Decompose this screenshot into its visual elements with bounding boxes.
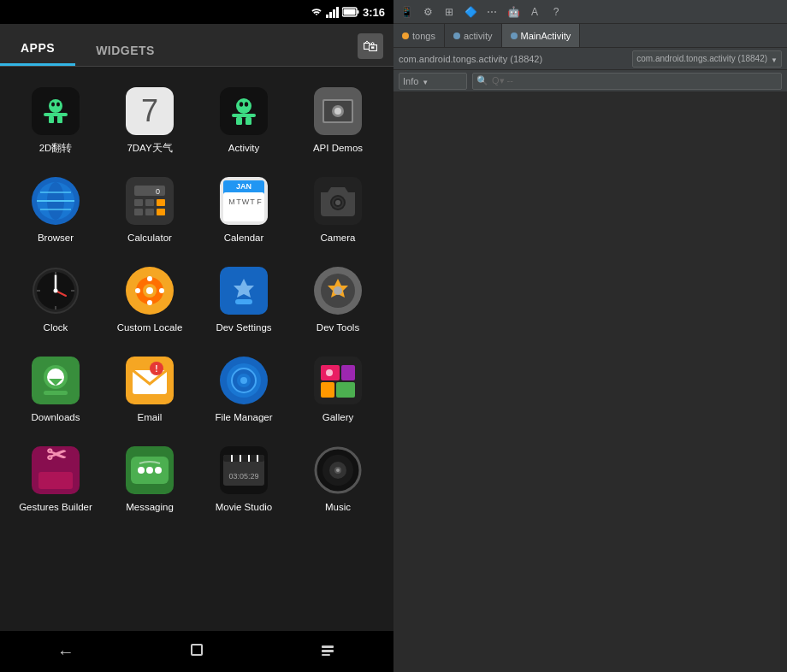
tab-dot-activity (453, 32, 460, 39)
app-label-messaging: Messaging (126, 501, 174, 514)
svg-point-118 (336, 469, 340, 472)
ide-tool-letter[interactable]: A (525, 3, 544, 21)
app-icon-email: ! (124, 355, 175, 406)
svg-rect-35 (134, 199, 143, 206)
app-item-movie-studio[interactable]: 03:05:29 Movie Studio (197, 434, 291, 524)
ide-tool-phone[interactable]: 📱 (397, 3, 416, 21)
app-item-browser[interactable]: Browser (9, 165, 103, 255)
svg-point-70 (135, 288, 140, 293)
svg-point-96 (326, 369, 333, 376)
svg-point-54 (335, 200, 340, 205)
app-item-api-demos[interactable]: API Demos (291, 75, 385, 165)
app-item-activity[interactable]: Activity (197, 75, 291, 165)
app-item-clock[interactable]: Clock (9, 255, 103, 345)
svg-text:M: M (228, 197, 235, 206)
ide-tool-grid[interactable]: ⊞ (440, 3, 459, 21)
svg-text:0: 0 (156, 187, 160, 196)
app-item-dev-settings[interactable]: Dev Settings (197, 255, 291, 345)
app-tab-bar: APPS WIDGETS 🛍 (0, 24, 394, 67)
status-time: 3:16 (363, 6, 385, 19)
app-icon-7day: 7 (124, 85, 175, 137)
app-icon-api-demos (312, 85, 364, 137)
app-icon-dev-settings (218, 265, 269, 316)
app-icon-music (312, 445, 364, 496)
app-label-clock: Clock (44, 321, 68, 334)
app-item-custom-locale[interactable]: Custom Locale (103, 255, 197, 345)
ide-tool-settings[interactable]: ⚙ (418, 3, 437, 21)
widgets-tab[interactable]: WIDGETS (75, 33, 175, 66)
svg-point-104 (146, 467, 153, 474)
app-item-downloads[interactable]: Downloads (9, 345, 103, 434)
svg-point-105 (155, 467, 162, 474)
app-item-gestures-builder[interactable]: ✂ Gestures Builder (9, 434, 103, 524)
apps-tab[interactable]: APPS (0, 31, 75, 66)
back-button[interactable]: ← (44, 635, 88, 669)
svg-text:W: W (242, 197, 250, 206)
svg-rect-37 (157, 199, 165, 206)
ide-toolbar: 📱 ⚙ ⊞ 🔷 ⋯ 🤖 A ? (394, 0, 787, 24)
svg-rect-17 (236, 117, 242, 125)
svg-point-11 (56, 103, 60, 107)
app-label-browser: Browser (38, 232, 74, 245)
svg-point-19 (240, 102, 243, 107)
app-item-calculator[interactable]: 0 Calculator (103, 165, 197, 255)
ide-filter-bar: Info 🔍 Q▾ -- (394, 70, 787, 92)
app-item-camera[interactable]: Camera (291, 165, 385, 255)
app-item-dev-tools[interactable]: Dev Tools (291, 255, 385, 345)
app-icon-movie-studio: 03:05:29 (218, 445, 269, 496)
app-label-2d-flip: 2D翻转 (39, 142, 73, 155)
svg-text:!: ! (155, 364, 157, 374)
app-item-messaging[interactable]: Messaging (103, 434, 197, 524)
svg-text:🛍: 🛍 (363, 38, 378, 55)
tab-label-mainactivity: MainActivity (521, 31, 571, 41)
app-icon-calendar: JAN M T W T F (218, 175, 269, 227)
svg-rect-8 (49, 116, 54, 123)
svg-text:7: 7 (141, 93, 158, 128)
svg-text:03:05:29: 03:05:29 (228, 472, 258, 480)
process-dropdown-value: com.android.tongs.activity (18842) (636, 54, 767, 63)
ide-tab-tongs[interactable]: tongs (394, 24, 445, 47)
app-item-calendar[interactable]: JAN M T W T F Calendar (197, 165, 291, 255)
search-icon: 🔍 (476, 75, 488, 86)
app-icon-downloads (30, 355, 81, 406)
svg-point-20 (245, 102, 248, 107)
app-item-email[interactable]: ! Email (103, 345, 197, 434)
android-panel: 3:16 APPS WIDGETS 🛍 (0, 0, 394, 672)
svg-rect-1 (357, 10, 358, 14)
svg-rect-122 (322, 654, 330, 656)
svg-point-76 (334, 286, 342, 295)
app-label-camera: Camera (321, 232, 356, 245)
ide-tab-bar: tongs activity MainActivity (394, 24, 787, 48)
status-icons: 3:16 (311, 6, 385, 19)
log-level-dropdown[interactable]: Info (399, 73, 467, 90)
ide-tool-android[interactable]: 🤖 (504, 3, 523, 21)
svg-text:T: T (250, 197, 255, 206)
recents-button[interactable] (305, 634, 350, 669)
app-item-2d-flip[interactable]: 2D翻转 (9, 75, 103, 165)
market-icon[interactable]: 🛍 (358, 33, 383, 59)
ide-tool-dots[interactable]: ⋯ (482, 3, 501, 21)
app-item-music[interactable]: Music (291, 434, 385, 524)
svg-rect-16 (232, 114, 256, 117)
ide-tab-mainactivity[interactable]: MainActivity (502, 24, 581, 47)
ide-tool-puzzle[interactable]: 🔷 (461, 3, 480, 21)
tab-label-tongs: tongs (412, 31, 435, 41)
log-search[interactable]: 🔍 Q▾ -- (472, 73, 782, 90)
app-label-activity: Activity (228, 142, 259, 155)
svg-rect-119 (192, 645, 202, 655)
svg-point-68 (147, 276, 152, 281)
svg-rect-39 (145, 209, 154, 215)
app-item-gallery[interactable]: Gallery (291, 345, 385, 434)
ide-tool-question[interactable]: ? (547, 3, 565, 21)
svg-rect-121 (322, 650, 334, 652)
app-item-file-manager[interactable]: File Manager (197, 345, 291, 434)
app-item-7day[interactable]: 7 7DAY天气 (103, 75, 197, 165)
app-label-7day: 7DAY天气 (127, 142, 172, 155)
app-label-custom-locale: Custom Locale (117, 321, 183, 334)
process-dropdown[interactable]: com.android.tongs.activity (18842) (632, 50, 782, 68)
tab-dot-tongs (402, 32, 409, 39)
home-button[interactable] (175, 634, 219, 669)
svg-point-59 (54, 288, 58, 292)
wifi-icon (311, 7, 322, 17)
ide-tab-activity[interactable]: activity (445, 24, 502, 47)
